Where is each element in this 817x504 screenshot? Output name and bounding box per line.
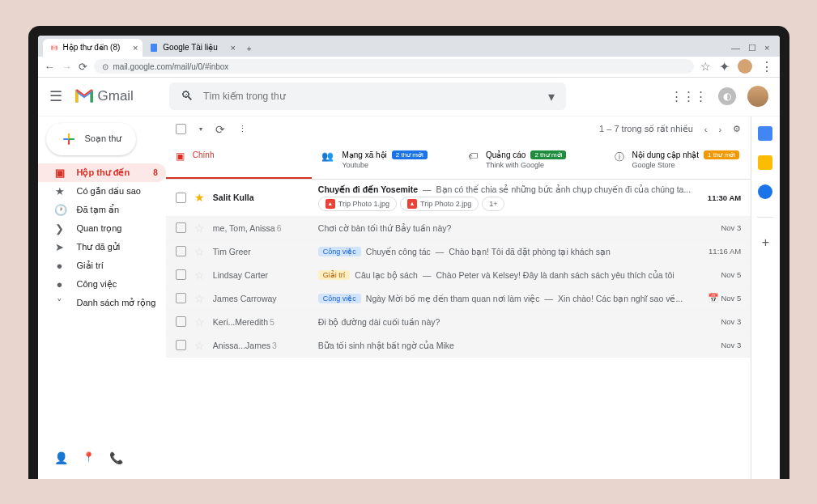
mail-row[interactable]: ☆ Anissa...James3 Bữa tối sinh nhật bất …: [166, 334, 751, 358]
gmail-logo[interactable]: Gmail: [74, 88, 134, 104]
gmail-logo-icon: [74, 88, 95, 104]
tasks-addon-icon[interactable]: [758, 184, 772, 199]
category-tab[interactable]: 👥 Mạng xã hội 2 thư mới Youtube: [312, 142, 458, 179]
sidebar-item-clock[interactable]: 🕐 Đã tạm ẩn: [38, 201, 166, 219]
mail-checkbox[interactable]: [176, 340, 186, 350]
mail-subject: Chuyến đi đến Yosemite: [318, 184, 418, 194]
close-icon[interactable]: ×: [230, 43, 235, 53]
keep-addon-icon[interactable]: [758, 155, 772, 170]
sidebar-item-important[interactable]: ❯ Quan trọng: [38, 219, 166, 238]
extensions-icon[interactable]: ✦: [719, 59, 730, 74]
mail-row[interactable]: ☆ Lindsay Carter Giải tríCâu lạc bộ sách…: [166, 264, 751, 287]
browser-tab[interactable]: Google Tài liệu ×: [143, 39, 240, 57]
sidebar-item-label: Hộp thư đến: [77, 167, 130, 178]
star-icon[interactable]: ☆: [194, 339, 205, 352]
new-tab-button[interactable]: +: [240, 41, 258, 57]
more-icon[interactable]: ⋮: [238, 124, 247, 134]
sidebar-item-inbox[interactable]: ▣ Hộp thư đến 8: [38, 163, 166, 182]
search-options-icon[interactable]: ▾: [548, 89, 555, 104]
sidebar-item-sent[interactable]: ➤ Thư đã gửi: [38, 238, 166, 256]
settings-gear-icon[interactable]: ⚙: [733, 124, 741, 134]
mail-checkbox[interactable]: [176, 193, 186, 203]
calendar-addon-icon[interactable]: [758, 126, 772, 141]
mail-time: Nov 3: [699, 317, 741, 326]
tab-icon: 👥: [321, 150, 334, 162]
mail-row[interactable]: ★ Salit Kulla Chuyến đi đến Yosemite — B…: [166, 180, 751, 217]
add-addon-icon[interactable]: +: [762, 235, 769, 250]
star-icon[interactable]: ☆: [194, 292, 205, 305]
mail-checkbox[interactable]: [176, 246, 186, 256]
prev-page-icon[interactable]: ‹: [704, 125, 708, 134]
expand-icon: ˅: [54, 297, 66, 309]
address-bar[interactable]: ⊙ mail.google.com/mail/u/0/#inbox: [94, 59, 694, 74]
category-tab[interactable]: ⓘ Nội dung cập nhật 1 thư mới Google Sto…: [605, 142, 751, 179]
browser-tab[interactable]: Hộp thư đến (8) ×: [43, 39, 143, 57]
apps-grid-icon[interactable]: ⋮⋮⋮: [670, 89, 707, 104]
mail-checkbox[interactable]: [176, 293, 186, 303]
star-icon: ★: [54, 185, 66, 197]
sidebar-item-label[interactable]: ● Giải trí: [38, 256, 166, 275]
sidebar-item-expand[interactable]: ˅ Danh sách mở rộng: [38, 294, 166, 312]
mail-row[interactable]: ☆ James Carroway Công việcNgày Mời bố mẹ…: [166, 287, 751, 311]
label-chip: Giải trí: [318, 270, 351, 280]
reload-icon[interactable]: ⟳: [79, 61, 87, 73]
attachment-chip[interactable]: ▲Trip Photo 2.jpg: [400, 197, 479, 211]
attachment-chip[interactable]: ▲Trip Photo 1.jpg: [318, 197, 397, 211]
select-dropdown-icon[interactable]: ▾: [199, 125, 202, 133]
tab-subtitle: Youtube: [342, 161, 427, 169]
contacts-icon[interactable]: 👤: [54, 451, 68, 464]
mail-row[interactable]: ☆ me, Tom, Anissa6 Chơi cờ bàn tối thứ B…: [166, 217, 751, 240]
tab-label: Chính: [193, 150, 215, 159]
mail-checkbox[interactable]: [176, 222, 186, 233]
label-icon: ●: [54, 278, 66, 290]
compose-button[interactable]: Soạn thư: [46, 123, 137, 155]
mail-sender: Lindsay Carter: [213, 270, 310, 280]
category-tab[interactable]: ▣ Chính: [166, 142, 313, 179]
sidebar-item-star[interactable]: ★ Có gắn dấu sao: [38, 182, 166, 201]
image-icon: ▲: [407, 199, 417, 209]
mail-time: 📅Nov 5: [699, 293, 741, 303]
mail-row[interactable]: ☆ Tim Greer Công việcChuyển công tác — C…: [166, 240, 751, 264]
browser-menu-icon[interactable]: ⋮: [760, 59, 773, 74]
mail-row[interactable]: ☆ Keri...Meredith5 Đi bộ đường dài cuối …: [166, 311, 751, 334]
sidebar-item-label: Thư đã gửi: [77, 242, 121, 252]
maximize-icon[interactable]: ☐: [748, 43, 756, 53]
next-page-icon[interactable]: ›: [719, 125, 722, 134]
star-icon[interactable]: ★: [194, 191, 205, 204]
account-avatar[interactable]: [747, 86, 768, 107]
location-icon[interactable]: 📍: [83, 451, 95, 464]
close-window-icon[interactable]: ×: [764, 43, 769, 53]
phone-icon[interactable]: 📞: [109, 451, 123, 464]
select-all-checkbox[interactable]: [176, 124, 186, 134]
star-icon[interactable]: ☆: [194, 245, 205, 258]
inbox-icon: ▣: [54, 167, 66, 179]
sidebar-item-label[interactable]: ● Công việc: [38, 275, 166, 294]
url-text: mail.google.com/mail/u/0/#inbox: [113, 62, 229, 71]
main-menu-icon[interactable]: ☰: [49, 87, 62, 105]
refresh-icon[interactable]: ⟳: [215, 123, 225, 136]
bookmark-icon[interactable]: ☆: [700, 60, 711, 73]
profile-avatar-icon[interactable]: [738, 59, 752, 74]
mail-subject: Chuyển công tác: [366, 247, 431, 256]
star-icon[interactable]: ☆: [194, 222, 205, 235]
important-icon: ❯: [54, 222, 66, 235]
mail-checkbox[interactable]: [176, 269, 186, 280]
star-icon[interactable]: ☆: [194, 269, 205, 282]
browser-tab-strip: Hộp thư đến (8) × Google Tài liệu × + — …: [38, 36, 780, 57]
notifications-icon[interactable]: ◐: [718, 87, 736, 105]
category-tab[interactable]: 🏷 Quảng cáo 2 thư mới Think with Google: [458, 142, 605, 179]
close-icon[interactable]: ×: [133, 43, 138, 53]
forward-icon[interactable]: →: [62, 61, 72, 73]
mail-time: Nov 5: [699, 270, 741, 279]
star-icon[interactable]: ☆: [194, 316, 205, 328]
tab-title: Google Tài liệu: [163, 43, 218, 52]
minimize-icon[interactable]: —: [731, 43, 740, 53]
search-bar[interactable]: 🔍︎ ▾: [169, 83, 566, 110]
search-icon: 🔍︎: [181, 89, 194, 104]
event-icon: 📅: [708, 293, 719, 303]
mail-checkbox[interactable]: [176, 316, 186, 327]
search-input[interactable]: [203, 91, 538, 102]
back-icon[interactable]: ←: [45, 61, 55, 73]
mail-sender: Salit Kulla: [213, 193, 310, 202]
attachment-more[interactable]: 1+: [482, 197, 504, 211]
